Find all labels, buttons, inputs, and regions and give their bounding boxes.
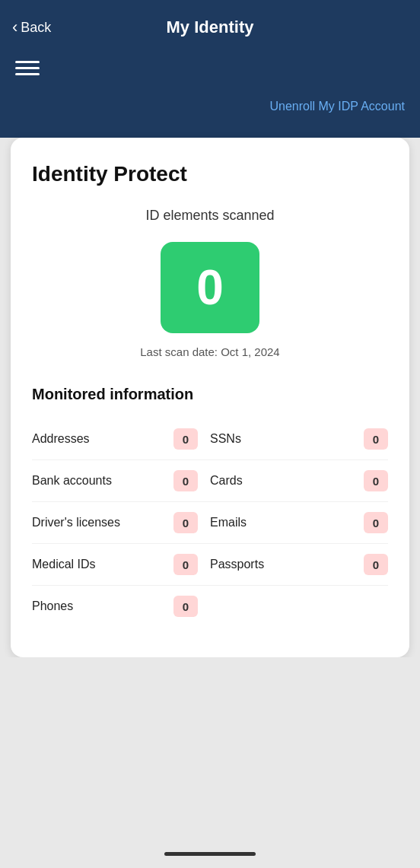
- item-label: Phones: [32, 599, 73, 613]
- item-count: 0: [173, 596, 198, 617]
- item-label: Passports: [210, 558, 264, 571]
- scan-section-label: ID elements scanned: [32, 208, 388, 224]
- left-column: Addresses 0 Bank accounts 0 Driver's lic…: [32, 418, 210, 627]
- right-column: SSNs 0 Cards 0 Emails 0 Passports 0: [210, 418, 388, 627]
- hamburger-line-1: [15, 61, 40, 63]
- last-scan-date: Last scan date: Oct 1, 2024: [32, 345, 388, 358]
- item-count: 0: [364, 554, 388, 575]
- item-label: Addresses: [32, 432, 90, 446]
- hamburger-menu[interactable]: [15, 61, 40, 75]
- item-label: Cards: [210, 474, 243, 488]
- item-label: Bank accounts: [32, 474, 112, 488]
- item-count: 0: [364, 512, 388, 533]
- hamburger-line-3: [15, 73, 40, 75]
- scan-count: 0: [196, 259, 224, 316]
- item-label: SSNs: [210, 432, 241, 446]
- list-item: Addresses 0: [32, 418, 210, 460]
- main-card: Identity Protect ID elements scanned 0 L…: [11, 138, 409, 657]
- item-count: 0: [173, 512, 198, 533]
- bottom-bar: [0, 657, 420, 868]
- item-count: 0: [364, 470, 388, 491]
- list-item: Driver's licenses 0: [32, 502, 210, 544]
- list-item: Medical IDs 0: [32, 544, 210, 586]
- unenroll-link[interactable]: Unenroll My IDP Account: [269, 100, 405, 113]
- home-indicator: [164, 852, 256, 856]
- menu-bar: [0, 55, 420, 87]
- monitored-title: Monitored information: [32, 386, 388, 403]
- card-title: Identity Protect: [32, 162, 388, 186]
- list-item: Emails 0: [210, 502, 388, 544]
- hamburger-line-2: [15, 67, 40, 69]
- item-label: Medical IDs: [32, 558, 96, 571]
- item-count: 0: [364, 428, 388, 450]
- list-item: Bank accounts 0: [32, 460, 210, 502]
- list-item: Passports 0: [210, 544, 388, 586]
- item-label: Emails: [210, 516, 247, 529]
- back-chevron-icon: ‹: [12, 19, 18, 36]
- unenroll-area: Unenroll My IDP Account: [0, 87, 420, 138]
- monitored-grid: Addresses 0 Bank accounts 0 Driver's lic…: [32, 418, 388, 627]
- scan-badge: 0: [161, 242, 259, 333]
- item-count: 0: [173, 428, 198, 450]
- back-button[interactable]: ‹ Back: [12, 19, 51, 36]
- back-label: Back: [21, 20, 51, 36]
- item-label: Driver's licenses: [32, 516, 120, 529]
- page-title: My Identity: [167, 17, 254, 37]
- list-item: SSNs 0: [210, 418, 388, 460]
- item-count: 0: [173, 470, 198, 491]
- item-count: 0: [173, 554, 198, 575]
- list-item: Phones 0: [32, 586, 210, 627]
- header: ‹ Back My Identity: [0, 0, 420, 55]
- list-item: Cards 0: [210, 460, 388, 502]
